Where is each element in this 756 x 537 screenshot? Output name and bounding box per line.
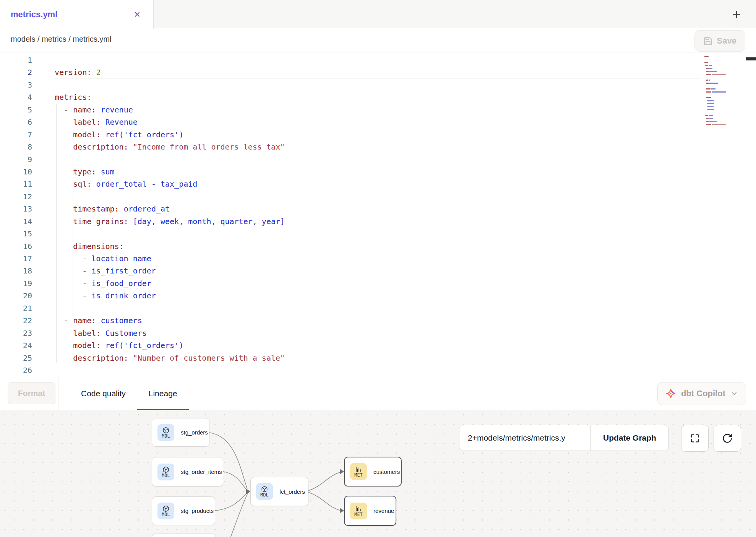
code-line[interactable] — [55, 364, 285, 376]
code-line[interactable]: model: ref('fct_orders') — [55, 129, 285, 141]
minimap[interactable] — [704, 53, 729, 130]
line-number[interactable]: 12 — [0, 190, 32, 203]
bottom-tool-bar: Format Code quality Lineage dbt Copilot — [0, 377, 756, 410]
code-line[interactable]: sql: order_total - tax_paid — [55, 178, 285, 190]
code-line[interactable]: label: Customers — [55, 327, 285, 339]
code-token — [119, 204, 124, 213]
code-line[interactable] — [55, 54, 285, 66]
code-token: "Income from all orders less tax" — [133, 142, 285, 151]
dbt-copilot-label: dbt Copilot — [681, 389, 725, 399]
code-line[interactable]: - name: customers — [55, 314, 285, 327]
line-number[interactable]: 10 — [0, 166, 32, 178]
code-line[interactable]: - is_first_order — [55, 265, 285, 277]
code-line[interactable]: - is_drink_order — [55, 290, 285, 302]
line-number[interactable]: 11 — [0, 178, 32, 190]
code-line[interactable]: - location_name — [55, 252, 285, 265]
fullscreen-button[interactable] — [681, 425, 709, 452]
line-number[interactable]: 6 — [0, 116, 32, 128]
line-number[interactable]: 26 — [0, 364, 32, 376]
lineage-node-customers[interactable]: METcustomers — [344, 457, 402, 487]
code-line[interactable]: label: Revenue — [55, 116, 285, 128]
line-number[interactable]: 5 — [0, 104, 32, 116]
code-line[interactable] — [55, 153, 285, 166]
code-line[interactable] — [55, 302, 285, 314]
code-line[interactable]: description: "Income from all orders les… — [55, 141, 285, 153]
line-number[interactable]: 22 — [0, 314, 32, 327]
line-number[interactable]: 3 — [0, 79, 32, 91]
code-line[interactable]: - is_food_order — [55, 277, 285, 290]
line-number[interactable]: 23 — [0, 327, 32, 339]
code-line[interactable] — [55, 190, 285, 203]
line-number[interactable]: 7 — [0, 129, 32, 141]
save-button[interactable]: Save — [694, 30, 745, 52]
code-token — [55, 142, 73, 151]
lineage-node-stg_products[interactable]: MDLstg_products — [152, 496, 215, 525]
tab-code-quality[interactable]: Code quality — [70, 377, 137, 410]
save-icon — [703, 36, 713, 46]
code-token — [55, 341, 73, 350]
line-number[interactable]: 19 — [0, 277, 32, 290]
code-content[interactable]: version: 2metrics: - name: revenue label… — [55, 54, 285, 376]
code-token: is_food_order — [91, 279, 151, 288]
lineage-node-stg_order_items[interactable]: MDLstg_order_items — [152, 457, 223, 487]
line-number[interactable]: 25 — [0, 352, 32, 364]
code-token — [96, 167, 101, 176]
code-token: description: — [73, 353, 128, 363]
code-line[interactable]: model: ref('fct_orders') — [55, 339, 285, 351]
code-token: - — [55, 316, 73, 325]
code-line[interactable] — [55, 228, 285, 240]
line-number[interactable]: 8 — [0, 141, 32, 153]
fullscreen-icon — [689, 433, 700, 444]
line-number[interactable]: 9 — [0, 153, 32, 166]
code-line[interactable]: timestamp: ordered_at — [55, 203, 285, 215]
code-editor[interactable]: 1234567891011121314151617181920212223242… — [0, 52, 756, 377]
node-badge-label: MDL — [162, 434, 170, 438]
line-number[interactable]: 21 — [0, 302, 32, 314]
code-line[interactable]: version: 2 — [55, 66, 285, 78]
new-tab-button[interactable]: + — [728, 5, 745, 23]
code-line[interactable]: - name: revenue — [55, 104, 285, 116]
line-number[interactable]: 20 — [0, 290, 32, 302]
code-token — [101, 341, 105, 350]
lineage-node-partial[interactable]: MDL — [152, 534, 216, 537]
scrollbar-thumb[interactable] — [746, 57, 756, 60]
code-token: - — [55, 254, 91, 263]
line-number[interactable]: 24 — [0, 339, 32, 351]
format-button[interactable]: Format — [8, 382, 55, 404]
refresh-button[interactable] — [714, 425, 741, 452]
code-token: sum — [101, 167, 114, 176]
line-number[interactable]: 14 — [0, 215, 32, 228]
code-line[interactable]: description: "Number of customers with a… — [55, 352, 285, 364]
tab-lineage[interactable]: Lineage — [137, 377, 189, 410]
cube-icon: MDL — [256, 483, 273, 500]
node-badge-label: MDL — [162, 473, 170, 478]
update-graph-button[interactable]: Update Graph — [591, 425, 668, 451]
line-number[interactable]: 15 — [0, 228, 32, 240]
line-number[interactable]: 17 — [0, 252, 32, 265]
lineage-node-revenue[interactable]: METrevenue — [344, 496, 396, 526]
lineage-node-fct_orders[interactable]: MDLfct_orders — [250, 477, 308, 506]
code-line[interactable]: dimensions: — [55, 240, 285, 252]
line-number[interactable]: 13 — [0, 203, 32, 215]
line-number[interactable]: 2 — [0, 66, 32, 78]
code-token — [96, 316, 101, 325]
dbt-copilot-button[interactable]: dbt Copilot — [657, 382, 746, 405]
line-number[interactable]: 16 — [0, 240, 32, 252]
code-token: - — [55, 266, 91, 275]
line-number[interactable]: 4 — [0, 91, 32, 103]
code-token — [91, 68, 96, 77]
cube-icon: MDL — [157, 464, 174, 480]
close-icon[interactable]: × — [134, 9, 140, 20]
code-line[interactable]: time_grains: [day, week, month, quarter,… — [55, 215, 285, 228]
code-line[interactable]: metrics: — [55, 91, 285, 103]
line-number[interactable]: 1 — [0, 54, 32, 66]
lineage-node-stg_orders[interactable]: MDLstg_orders — [152, 418, 209, 447]
code-token — [128, 217, 133, 226]
code-line[interactable]: type: sum — [55, 166, 285, 178]
lineage-canvas[interactable]: MDLstg_ordersMDLstg_order_itemsMDLstg_pr… — [0, 410, 756, 537]
lineage-filter-input[interactable] — [459, 425, 591, 451]
tab-metrics-yml[interactable]: metrics.yml × — [0, 0, 154, 29]
line-number[interactable]: 18 — [0, 265, 32, 277]
bar-chart-icon: MET — [350, 503, 367, 519]
code-line[interactable] — [55, 79, 285, 91]
